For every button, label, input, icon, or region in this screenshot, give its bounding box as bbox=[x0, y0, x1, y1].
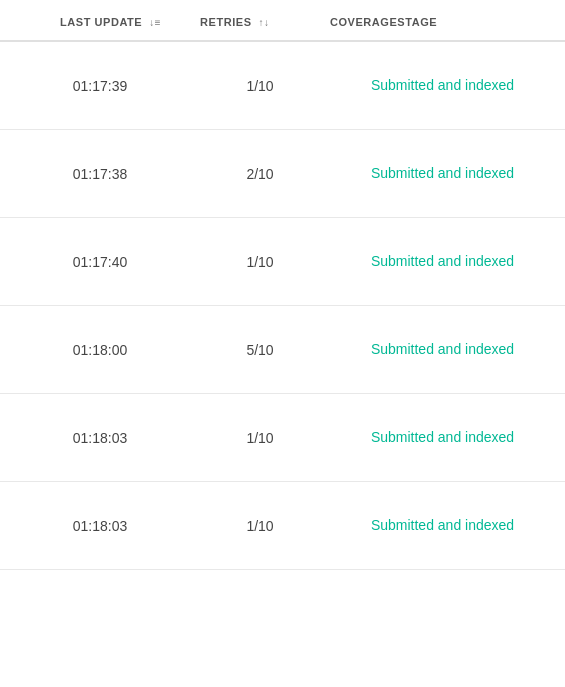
table-row: 01:17:39 1/10 Submitted and indexed bbox=[0, 42, 565, 130]
last-update-cell: 01:17:39 bbox=[10, 42, 190, 129]
last-update-header[interactable]: LAST UPDATE ↓≡ bbox=[10, 16, 190, 28]
table-header: LAST UPDATE ↓≡ RETRIES ↑↓ COVERAGESTAGE bbox=[0, 0, 565, 42]
last-update-cell: 01:17:38 bbox=[10, 130, 190, 217]
last-update-sort-icon[interactable]: ↓≡ bbox=[149, 17, 161, 28]
last-update-label: LAST UPDATE bbox=[60, 16, 142, 28]
coverage-stage-cell: Submitted and indexed bbox=[330, 42, 555, 129]
table-row: 01:18:00 5/10 Submitted and indexed bbox=[0, 306, 565, 394]
retries-cell: 1/10 bbox=[190, 482, 330, 569]
coverage-stage-header: COVERAGESTAGE bbox=[330, 16, 555, 28]
retries-cell: 1/10 bbox=[190, 42, 330, 129]
retries-cell: 1/10 bbox=[190, 218, 330, 305]
table-row: 01:17:40 1/10 Submitted and indexed bbox=[0, 218, 565, 306]
retries-label: RETRIES bbox=[200, 16, 252, 28]
coverage-stage-cell: Submitted and indexed bbox=[330, 130, 555, 217]
last-update-cell: 01:17:40 bbox=[10, 218, 190, 305]
last-update-cell: 01:18:03 bbox=[10, 394, 190, 481]
retries-cell: 5/10 bbox=[190, 306, 330, 393]
table-row: 01:18:03 1/10 Submitted and indexed bbox=[0, 394, 565, 482]
retries-cell: 2/10 bbox=[190, 130, 330, 217]
retries-cell: 1/10 bbox=[190, 394, 330, 481]
table-row: 01:17:38 2/10 Submitted and indexed bbox=[0, 130, 565, 218]
coverage-stage-label: COVERAGESTAGE bbox=[330, 16, 437, 28]
data-table: LAST UPDATE ↓≡ RETRIES ↑↓ COVERAGESTAGE … bbox=[0, 0, 565, 570]
table-body: 01:17:39 1/10 Submitted and indexed 01:1… bbox=[0, 42, 565, 570]
retries-header[interactable]: RETRIES ↑↓ bbox=[190, 16, 330, 28]
last-update-cell: 01:18:03 bbox=[10, 482, 190, 569]
coverage-stage-cell: Submitted and indexed bbox=[330, 306, 555, 393]
coverage-stage-cell: Submitted and indexed bbox=[330, 482, 555, 569]
table-row: 01:18:03 1/10 Submitted and indexed bbox=[0, 482, 565, 570]
coverage-stage-cell: Submitted and indexed bbox=[330, 394, 555, 481]
last-update-cell: 01:18:00 bbox=[10, 306, 190, 393]
coverage-stage-cell: Submitted and indexed bbox=[330, 218, 555, 305]
retries-sort-icon[interactable]: ↑↓ bbox=[259, 17, 270, 28]
